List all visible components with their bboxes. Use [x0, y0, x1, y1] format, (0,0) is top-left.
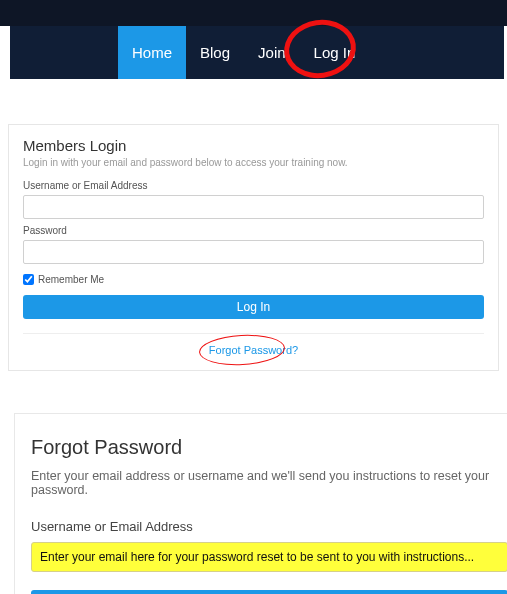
forgot-card: Forgot Password Enter your email address… — [14, 413, 507, 594]
login-title: Members Login — [23, 137, 484, 154]
forgot-description: Enter your email address or username and… — [31, 469, 507, 497]
forgot-password-label: Forgot Password? — [209, 344, 298, 356]
remember-me-row[interactable]: Remember Me — [23, 274, 484, 285]
login-submit-label: Log In — [237, 300, 270, 314]
nav-join[interactable]: Join — [244, 26, 300, 79]
forgot-username-label: Username or Email Address — [31, 519, 507, 534]
nav-home[interactable]: Home — [118, 26, 186, 79]
remember-me-label: Remember Me — [38, 274, 104, 285]
remember-me-checkbox[interactable] — [23, 274, 34, 285]
login-subtitle: Login in with your email and password be… — [23, 157, 484, 168]
navbar: Home Blog Join Log In — [10, 26, 504, 79]
nav-home-label: Home — [132, 44, 172, 61]
navbar-wrap: Home Blog Join Log In — [0, 26, 507, 79]
login-card: Members Login Login in with your email a… — [8, 124, 499, 371]
nav-join-label: Join — [258, 44, 286, 61]
nav-login-label: Log In — [314, 44, 356, 61]
forgot-username-input[interactable] — [31, 542, 507, 572]
login-username-input[interactable] — [23, 195, 484, 219]
login-password-input[interactable] — [23, 240, 484, 264]
forgot-title: Forgot Password — [31, 436, 507, 459]
forgot-password-link[interactable]: Forgot Password? — [209, 344, 298, 356]
nav-login[interactable]: Log In — [300, 26, 370, 79]
forgot-row: Forgot Password? — [23, 333, 484, 356]
recover-account-button[interactable]: Recover Account — [31, 590, 507, 594]
nav-blog[interactable]: Blog — [186, 26, 244, 79]
nav-blog-label: Blog — [200, 44, 230, 61]
login-submit-button[interactable]: Log In — [23, 295, 484, 319]
login-password-label: Password — [23, 225, 484, 236]
login-username-label: Username or Email Address — [23, 180, 484, 191]
top-strip — [0, 0, 507, 26]
